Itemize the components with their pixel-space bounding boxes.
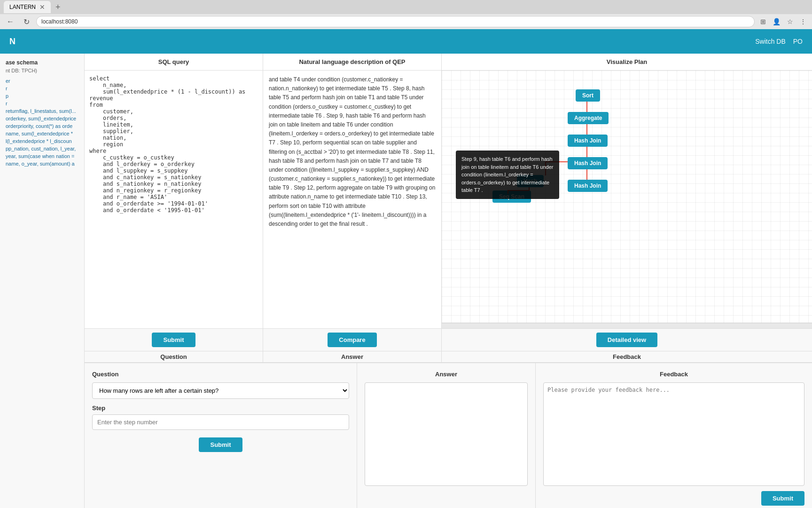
- po-button[interactable]: PO: [793, 38, 803, 45]
- tab-close-button[interactable]: ✕: [39, 3, 45, 11]
- tooltip-box: Step 9, hash table T6 and perform hash j…: [456, 151, 559, 199]
- compare-button[interactable]: Compare: [328, 333, 376, 347]
- viz-column-header: Visualize Plan: [442, 54, 812, 70]
- profile-icon[interactable]: 👤: [771, 17, 782, 26]
- nl-content: and table T4 under condition (customer.c…: [263, 71, 441, 328]
- hash-join-1-node[interactable]: Hash Join: [568, 135, 608, 147]
- step-input[interactable]: [92, 414, 349, 430]
- reload-button[interactable]: ↻: [21, 16, 32, 27]
- new-tab-button[interactable]: +: [53, 2, 63, 12]
- tab-title: LANTERN: [9, 4, 36, 10]
- answer-textarea[interactable]: [365, 382, 528, 486]
- address-bar[interactable]: localhost:8080: [36, 16, 755, 27]
- feedback-textarea[interactable]: [543, 382, 804, 486]
- question-title: Question: [92, 371, 349, 378]
- sql-column-header: SQL query: [85, 54, 263, 70]
- sidebar: ase schema nt DB: TPCH) er r p r returnf…: [0, 54, 85, 508]
- connector-hj1-hj2: [586, 147, 587, 157]
- nl-column-header: Natural language description of QEP: [263, 54, 442, 70]
- sidebar-db-label: nt DB: TPCH): [6, 68, 78, 73]
- feedback-section-label: Feedback: [442, 351, 812, 362]
- feedback-submit-container: Submit: [543, 491, 804, 506]
- sidebar-item-3[interactable]: r: [6, 100, 78, 107]
- viz-column: Sort Aggregate Hash Join Hash Join: [442, 71, 812, 362]
- step-label: Step: [92, 405, 349, 412]
- sql-textarea[interactable]: [85, 71, 263, 328]
- question-section-label: Question: [85, 351, 263, 362]
- answer-section-label: Answer: [263, 351, 441, 362]
- question-dropdown[interactable]: How many rows are left after a certain s…: [92, 382, 349, 399]
- sidebar-item-9[interactable]: pp_nation, cust_nation, l_year,: [6, 145, 78, 152]
- sort-node[interactable]: Sort: [576, 89, 600, 102]
- sql-column: Submit Question: [85, 71, 263, 362]
- aggregate-node[interactable]: Aggregate: [568, 112, 609, 124]
- sidebar-item-0[interactable]: er: [6, 77, 78, 85]
- answer-area: Answer: [357, 363, 536, 508]
- viz-grid: Sort Aggregate Hash Join Hash Join: [442, 71, 812, 328]
- sql-submit-button[interactable]: Submit: [152, 333, 195, 347]
- connector-sort-agg: [586, 102, 587, 112]
- feedback-title: Feedback: [543, 371, 804, 378]
- question-area: Question How many rows are left after a …: [85, 363, 357, 508]
- sidebar-schema-label: ase schema: [6, 59, 78, 66]
- feedback-submit-button[interactable]: Submit: [761, 491, 804, 506]
- main-layout: ase schema nt DB: TPCH) er r p r returnf…: [0, 54, 812, 508]
- feedback-area: Feedback Submit: [536, 363, 812, 508]
- extensions-icon[interactable]: ⊞: [758, 17, 768, 26]
- sidebar-item-6[interactable]: orderpriority, count(*) as orde: [6, 122, 78, 130]
- settings-icon[interactable]: ⋮: [798, 17, 808, 26]
- viz-content: Sort Aggregate Hash Join Hash Join: [442, 71, 812, 328]
- sidebar-item-1[interactable]: r: [6, 85, 78, 92]
- hash-join-3-node[interactable]: Hash Join: [568, 180, 608, 192]
- sidebar-item-5[interactable]: orderkey, sum(l_extendedprice: [6, 115, 78, 122]
- sidebar-item-10[interactable]: year, sum(case when nation =: [6, 152, 78, 160]
- sql-buttons-row: Submit: [85, 328, 263, 351]
- sidebar-item-11[interactable]: name, o_year, sum(amount) a: [6, 160, 78, 167]
- nl-column: and table T4 under condition (customer.c…: [263, 71, 442, 362]
- hash-join-2-node[interactable]: Hash Join: [568, 157, 608, 169]
- answer-title: Answer: [365, 371, 528, 378]
- detailed-view-button[interactable]: Detailed view: [596, 333, 657, 347]
- tooltip-text: Step 9, hash table T6 and perform hash j…: [461, 156, 554, 193]
- columns-body-row: Submit Question and table T4 under condi…: [85, 71, 812, 362]
- connector-hj2-hj3: [586, 169, 587, 180]
- browser-chrome: LANTERN ✕ + ← ↻ localhost:8080 ⊞ 👤 ☆ ⋮: [0, 0, 812, 29]
- sidebar-item-4[interactable]: returnflag, l_linestatus, sum(l...: [6, 107, 78, 115]
- app-title: N: [9, 37, 16, 47]
- toolbar-icons: ⊞ 👤 ☆ ⋮: [758, 17, 808, 26]
- switch-db-button[interactable]: Switch DB: [755, 38, 786, 45]
- sidebar-item-8[interactable]: l(l_extendedprice * l_discoun: [6, 137, 78, 145]
- viz-buttons-row: Detailed view: [442, 328, 812, 351]
- sidebar-item-2[interactable]: p: [6, 92, 78, 100]
- question-submit-button[interactable]: Submit: [199, 437, 242, 452]
- bookmark-icon[interactable]: ☆: [785, 17, 795, 26]
- browser-tabs: LANTERN ✕ +: [0, 0, 812, 14]
- nl-buttons-row: Compare: [263, 328, 441, 351]
- back-button[interactable]: ←: [4, 16, 17, 27]
- sidebar-item-7[interactable]: name, sum(l_extendedprice *: [6, 130, 78, 137]
- bottom-section: Question How many rows are left after a …: [85, 362, 812, 508]
- url-text: localhost:8080: [41, 18, 78, 25]
- question-submit-container: Submit: [92, 437, 349, 452]
- columns-header-row: SQL query Natural language description o…: [85, 54, 812, 71]
- header-actions: Switch DB PO: [755, 38, 803, 45]
- app-header: N Switch DB PO: [0, 29, 812, 54]
- browser-toolbar: ← ↻ localhost:8080 ⊞ 👤 ☆ ⋮: [0, 14, 812, 29]
- browser-tab-active[interactable]: LANTERN ✕: [4, 1, 51, 13]
- sql-content: [85, 71, 263, 328]
- viz-scrollbar[interactable]: [442, 323, 812, 328]
- connector-agg-hj1: [586, 124, 587, 135]
- content-area: SQL query Natural language description o…: [85, 54, 812, 508]
